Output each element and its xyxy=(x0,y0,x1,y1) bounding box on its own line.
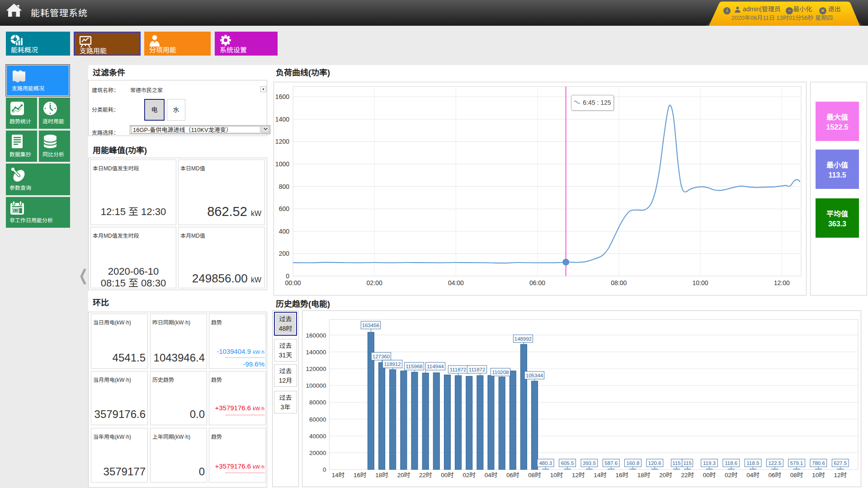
svg-text:12时: 12时 xyxy=(834,472,847,479)
svg-text:14时: 14时 xyxy=(594,472,607,479)
svg-text:18时: 18时 xyxy=(375,472,388,479)
svg-text:60000: 60000 xyxy=(309,416,326,423)
svg-text:20时: 20时 xyxy=(659,472,672,479)
svg-text:118.5: 118.5 xyxy=(747,460,760,466)
svg-text:627.5: 627.5 xyxy=(834,460,847,466)
svg-text:1200: 1200 xyxy=(275,138,289,145)
svg-text:00时: 00时 xyxy=(441,472,454,479)
svg-text:160.8: 160.8 xyxy=(627,460,640,466)
svg-text:579.1: 579.1 xyxy=(790,460,803,466)
svg-text:200: 200 xyxy=(279,250,290,257)
svg-text:40000: 40000 xyxy=(309,433,326,440)
svg-text:06时: 06时 xyxy=(506,472,519,479)
svg-text:10时: 10时 xyxy=(550,472,563,479)
svg-text:127360: 127360 xyxy=(373,354,390,359)
svg-text:20时: 20时 xyxy=(397,472,410,479)
svg-text:1400: 1400 xyxy=(275,116,289,123)
svg-text:111872: 111872 xyxy=(450,367,467,372)
svg-text:12:00: 12:00 xyxy=(774,279,790,286)
svg-text:480.3: 480.3 xyxy=(539,460,552,466)
svg-text:10:00: 10:00 xyxy=(692,279,708,286)
svg-text:10时: 10时 xyxy=(812,472,825,479)
svg-text:20000: 20000 xyxy=(309,450,326,456)
svg-text:118912: 118912 xyxy=(384,361,401,367)
svg-text:02:00: 02:00 xyxy=(367,279,382,286)
svg-text:08时: 08时 xyxy=(528,472,541,479)
svg-text:1000: 1000 xyxy=(275,160,289,168)
svg-text:118.6: 118.6 xyxy=(725,460,737,466)
svg-text:04时: 04时 xyxy=(485,472,498,479)
svg-text:148992: 148992 xyxy=(514,336,532,342)
svg-text:120000: 120000 xyxy=(306,366,326,372)
svg-text:111872: 111872 xyxy=(469,367,486,372)
svg-text:163456: 163456 xyxy=(362,323,379,328)
svg-text:22时: 22时 xyxy=(681,472,694,479)
svg-text:04时: 04时 xyxy=(746,472,760,479)
svg-text:600: 600 xyxy=(279,205,290,212)
svg-text:160000: 160000 xyxy=(306,332,326,339)
svg-text:114944: 114944 xyxy=(427,364,444,369)
svg-text:00时: 00时 xyxy=(703,472,716,479)
svg-text:02时: 02时 xyxy=(725,472,738,479)
svg-text:800: 800 xyxy=(279,183,290,190)
svg-text:120.6: 120.6 xyxy=(648,460,661,466)
svg-text:393.5: 393.5 xyxy=(583,460,596,466)
svg-text:08:00: 08:00 xyxy=(611,279,627,286)
svg-text:06:00: 06:00 xyxy=(529,279,545,286)
svg-text:14时: 14时 xyxy=(332,472,345,479)
svg-text:100000: 100000 xyxy=(306,382,326,389)
svg-text:16时: 16时 xyxy=(354,472,367,479)
svg-text:06时: 06时 xyxy=(769,472,782,479)
svg-text:780.6: 780.6 xyxy=(812,460,825,466)
svg-text:02时: 02时 xyxy=(463,472,476,479)
svg-text:08时: 08时 xyxy=(790,472,803,479)
svg-text:119.3: 119.3 xyxy=(703,460,716,466)
svg-text:12时: 12时 xyxy=(572,472,585,479)
svg-text:115: 115 xyxy=(684,460,692,466)
svg-text:04:00: 04:00 xyxy=(448,279,464,286)
svg-text:110208: 110208 xyxy=(492,370,509,375)
svg-text:105344: 105344 xyxy=(526,373,543,378)
svg-text:80000: 80000 xyxy=(309,399,326,406)
svg-text:122.5: 122.5 xyxy=(768,460,781,466)
svg-text:1600: 1600 xyxy=(275,93,289,100)
svg-text:16时: 16时 xyxy=(616,472,629,479)
svg-text:12: 12 xyxy=(14,208,19,213)
svg-text:0: 0 xyxy=(323,466,326,473)
svg-text:18时: 18时 xyxy=(637,472,651,479)
svg-text:00:00: 00:00 xyxy=(285,279,301,286)
svg-text:140000: 140000 xyxy=(306,349,326,356)
svg-text:22时: 22时 xyxy=(419,472,432,479)
svg-text:115: 115 xyxy=(672,460,680,466)
svg-text:0: 0 xyxy=(286,272,289,280)
svg-text:587.6: 587.6 xyxy=(604,460,618,466)
svg-text:115968: 115968 xyxy=(406,364,423,369)
svg-text:605.5: 605.5 xyxy=(561,460,574,466)
svg-text:400: 400 xyxy=(279,228,290,235)
